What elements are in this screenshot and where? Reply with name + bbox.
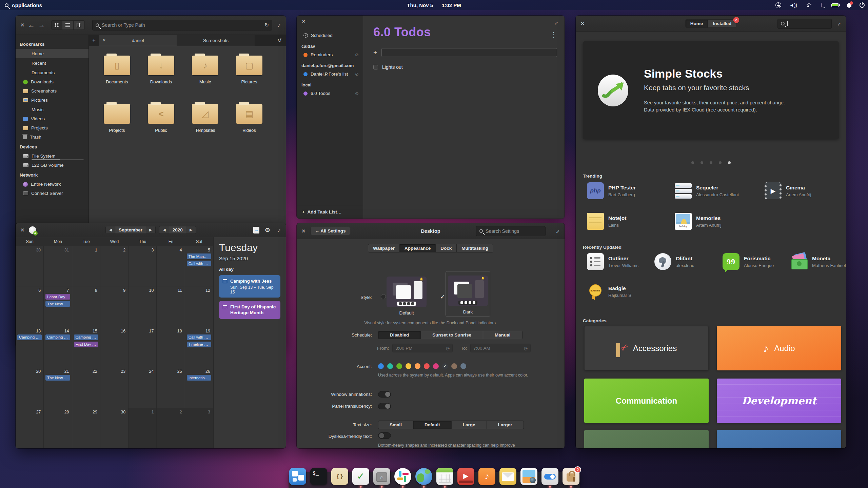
- close-icon[interactable]: ✕: [20, 22, 25, 28]
- list-menu-icon[interactable]: ⋮: [550, 30, 557, 39]
- task-list-daniel-p-fore-s-list[interactable]: Daniel.P.Fore's list⊘: [297, 69, 363, 79]
- calendar-day-cell[interactable]: 3: [129, 246, 157, 286]
- text-size-small[interactable]: Small: [378, 421, 413, 429]
- next-year-icon[interactable]: ▶: [186, 226, 196, 233]
- close-icon[interactable]: ✕: [20, 227, 25, 233]
- schedule-manual[interactable]: Manual: [483, 331, 522, 339]
- event-chip[interactable]: Camping …: [17, 334, 42, 340]
- tab-wallpaper[interactable]: Wallpaper: [368, 244, 400, 252]
- dock-item-music[interactable]: [478, 468, 495, 485]
- task-list-6-0-todos[interactable]: 6.0 Todos⊘: [297, 88, 363, 98]
- app-olifant[interactable]: Olifantalexcleac: [654, 253, 694, 270]
- category-finance[interactable]: Finance: [717, 430, 841, 448]
- sidebar-item-pictures[interactable]: Pictures: [16, 96, 88, 105]
- category-development[interactable]: Development: [717, 379, 841, 423]
- refresh-icon[interactable]: ↻: [264, 22, 269, 28]
- folder-videos[interactable]: ▤Videos: [227, 101, 271, 146]
- add-task-list-button[interactable]: + Add Task List…: [297, 205, 363, 219]
- app-forismatic[interactable]: 99ForismaticAlonso Enrique: [723, 253, 774, 270]
- bluetooth-icon[interactable]: ᛒ: [820, 2, 823, 8]
- calendar-day-cell[interactable]: 3: [185, 408, 213, 448]
- category-accessories[interactable]: Accessories: [584, 326, 709, 370]
- event-chip[interactable]: The Man…: [187, 253, 211, 259]
- add-event-icon[interactable]: [29, 226, 36, 234]
- accent-color-2[interactable]: [396, 363, 402, 369]
- dock-item-slack[interactable]: [394, 468, 411, 485]
- calendar-day-cell[interactable]: 10: [129, 286, 157, 327]
- calendar-day-cell[interactable]: 20: [16, 367, 44, 408]
- export-icon[interactable]: →: [253, 227, 259, 233]
- event-chip[interactable]: Internatio…: [187, 375, 211, 381]
- close-icon[interactable]: ✕: [580, 21, 585, 27]
- maximize-icon[interactable]: ↔: [553, 227, 561, 235]
- from-time-field[interactable]: 3:00 PM◷: [392, 344, 453, 352]
- app-memories[interactable]: holidayMemoriesArtem Anufrij: [675, 213, 721, 230]
- dock-item-appcenter[interactable]: 2: [563, 468, 579, 485]
- accent-color-1[interactable]: [387, 363, 393, 369]
- text-size-large[interactable]: Large: [452, 421, 487, 429]
- calendar-day-cell[interactable]: 2: [100, 246, 129, 286]
- carousel-dot[interactable]: [728, 161, 731, 164]
- accent-color-0[interactable]: [378, 363, 384, 369]
- sidebar-item-entire-network[interactable]: Entire Network: [16, 180, 88, 189]
- app-moneta[interactable]: MonetaMatheus Fantinel: [791, 253, 846, 270]
- maximize-icon[interactable]: ↔: [274, 21, 282, 29]
- sidebar-item-home[interactable]: Home: [16, 49, 88, 58]
- task-list-reminders[interactable]: Reminders⊘: [297, 50, 363, 60]
- prev-month-icon[interactable]: ◀: [106, 226, 115, 233]
- folder-projects[interactable]: Projects: [95, 101, 139, 146]
- schedule-sunset-to-sunrise[interactable]: Sunset to Sunrise: [421, 331, 483, 339]
- event-chip[interactable]: Call with …: [187, 334, 211, 340]
- dock-item-mail[interactable]: [499, 468, 516, 485]
- accent-color-8[interactable]: [451, 363, 457, 369]
- calendar-day-cell[interactable]: 30: [16, 246, 44, 286]
- dock-item-videos[interactable]: [457, 468, 474, 485]
- sidebar-item-scheduled[interactable]: Scheduled: [297, 30, 363, 40]
- prev-year-icon[interactable]: ◀: [159, 226, 169, 233]
- power-icon[interactable]: [860, 3, 865, 8]
- calendar-day-cell[interactable]: 8: [72, 286, 100, 327]
- calendar-day-cell[interactable]: 6: [16, 286, 44, 327]
- carousel-dot[interactable]: [691, 161, 694, 164]
- style-option-default[interactable]: 🔔 Default: [387, 277, 427, 316]
- todo-item[interactable]: Lights out: [373, 64, 557, 70]
- category-audio[interactable]: ♪Audio: [717, 326, 841, 370]
- calendar-day-cell[interactable]: 1: [129, 408, 157, 448]
- dock-item-files[interactable]: [373, 468, 390, 485]
- category-education[interactable]: Education: [584, 430, 709, 448]
- calendar-day-cell[interactable]: 31: [44, 246, 72, 286]
- all-settings-button[interactable]: ← All Settings: [311, 227, 350, 235]
- carousel-dot[interactable]: [710, 161, 712, 164]
- installed-tab[interactable]: Installed2: [708, 19, 736, 28]
- sidebar-item-videos[interactable]: Videos: [16, 114, 88, 123]
- list-view-button[interactable]: [62, 20, 74, 30]
- sidebar-item-music[interactable]: Music: [16, 105, 88, 114]
- event-chip[interactable]: Timeline …: [187, 342, 211, 347]
- app-sequeler[interactable]: SequelerAlessandro Castellani: [675, 182, 739, 199]
- tab-daniel[interactable]: ✕daniel: [99, 35, 177, 46]
- sidebar-item-downloads[interactable]: Downloads: [16, 77, 88, 86]
- app-outliner[interactable]: OutlinerTrevor Williams: [587, 253, 638, 270]
- close-icon[interactable]: ✕: [301, 18, 306, 24]
- event-chip[interactable]: Labor Day: [45, 294, 70, 300]
- sidebar-item-recent[interactable]: Recent: [16, 58, 88, 68]
- carousel-dots[interactable]: [576, 161, 846, 164]
- calendar-day-cell[interactable]: 29: [72, 408, 100, 448]
- calendar-day-cell[interactable]: 24: [129, 367, 157, 408]
- calendar-day-cell[interactable]: 2: [157, 408, 185, 448]
- text-size-larger[interactable]: Larger: [487, 421, 524, 429]
- calendar-day-cell[interactable]: 11: [157, 286, 185, 327]
- carousel-dot[interactable]: [701, 161, 703, 164]
- calendar-day-cell[interactable]: 23: [100, 367, 129, 408]
- dock-item-calendar[interactable]: [436, 468, 453, 485]
- gear-icon[interactable]: ⚙: [265, 226, 270, 234]
- files-search-input[interactable]: [102, 22, 262, 28]
- accent-color-7[interactable]: ✓: [442, 363, 448, 369]
- event-chip[interactable]: Camping …: [45, 334, 70, 340]
- datetime-indicator[interactable]: Thu, Nov 5 1:02 PM: [407, 2, 461, 8]
- calendar-day-cell[interactable]: 25: [157, 367, 185, 408]
- calendar-day-cell[interactable]: 9: [100, 286, 129, 327]
- app-php-tester[interactable]: phpPHP TesterBart Zaalberg: [587, 182, 636, 199]
- calendar-day-cell[interactable]: 18: [157, 327, 185, 367]
- column-view-button[interactable]: [74, 20, 85, 30]
